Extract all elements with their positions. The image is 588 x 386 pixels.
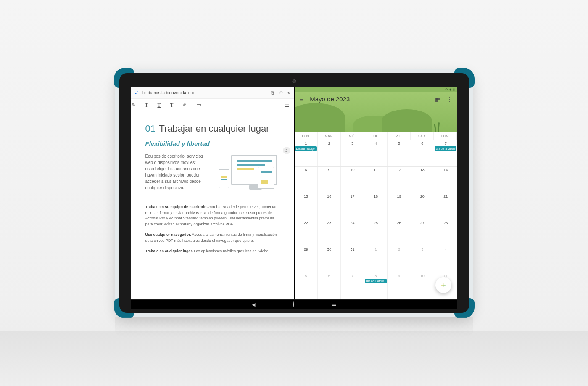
pdf-app: ✓ Le damos la bienvenida PDF ⧉ ↶ < ✎ T T… xyxy=(131,87,295,299)
day-header: DOM. xyxy=(434,132,457,140)
calendar-date: 27 xyxy=(412,221,432,225)
calendar-cell[interactable]: 8Día del Corpus xyxy=(364,272,388,299)
calendar-cell[interactable]: 9 xyxy=(388,272,411,299)
home-button[interactable] xyxy=(293,302,294,307)
calendar-event[interactable]: Día del Corpus xyxy=(365,279,387,283)
calendar-cell[interactable]: 13 xyxy=(411,167,434,193)
front-camera xyxy=(292,79,296,83)
tablet-device: ✓ Le damos la bienvenida PDF ⧉ ↶ < ✎ T T… xyxy=(115,69,473,317)
day-header: SÁB. xyxy=(411,132,434,140)
calendar-cell[interactable]: 11 xyxy=(364,167,388,193)
wifi-icon: ◆ xyxy=(449,88,451,91)
share-icon[interactable]: < xyxy=(287,90,290,96)
day-header: MIÉ. xyxy=(341,132,364,140)
calendar-cell[interactable]: 3 xyxy=(341,140,364,166)
add-event-button[interactable]: + xyxy=(435,277,451,293)
calendar-date: 28 xyxy=(435,221,456,225)
back-button[interactable]: ◀ xyxy=(252,302,255,307)
calendar-cell[interactable]: 16 xyxy=(318,193,341,219)
calendar-cell[interactable]: 18 xyxy=(364,193,388,219)
day-header: JUE. xyxy=(364,132,387,140)
calendar-cell[interactable]: 22 xyxy=(295,219,318,246)
calendar-date: 18 xyxy=(366,194,386,198)
status-bar: ⟲ ◆ ▮ xyxy=(295,87,457,92)
calendar-date: 3 xyxy=(412,247,432,251)
check-icon[interactable]: ✓ xyxy=(134,90,139,96)
calendar-cell[interactable]: 21 xyxy=(434,193,457,219)
pdf-header: ✓ Le damos la bienvenida PDF ⧉ ↶ < xyxy=(131,87,294,99)
calendar-date: 5 xyxy=(296,274,316,278)
pdf-document[interactable]: 2 01 Trabajar en cualquier lugar Flexibi… xyxy=(131,111,294,299)
calendar-date: 7 xyxy=(342,274,362,278)
search-doc-icon[interactable]: ⧉ xyxy=(271,90,274,96)
calendar-cell[interactable]: 2 xyxy=(318,140,341,166)
calendar-date: 3 xyxy=(342,141,362,145)
pdf-toolbar: ✎ T T T ✐ ▭ ☰ xyxy=(131,99,294,111)
calendar-week: 1Día del Trabajo234567Día de la Madre xyxy=(295,140,457,167)
recents-button[interactable]: ▬ xyxy=(332,302,336,307)
list-icon[interactable]: ☰ xyxy=(285,102,290,108)
calendar-week: 2930311234 xyxy=(295,246,457,272)
calendar-cell[interactable]: 19 xyxy=(388,193,411,219)
calendar-cell[interactable]: 24 xyxy=(341,219,364,246)
calendar-cell[interactable]: 1 xyxy=(364,246,388,272)
calendar-cell[interactable]: 12 xyxy=(388,167,411,193)
underline-icon[interactable]: T xyxy=(157,102,161,108)
calendar-cell[interactable]: 4 xyxy=(434,246,457,272)
text-tool-icon[interactable]: T xyxy=(170,102,173,108)
calendar-date: 6 xyxy=(319,274,339,278)
calendar-event[interactable]: Día de la Madre xyxy=(435,146,456,151)
calendar-title[interactable]: Mayo de 2023 xyxy=(310,95,350,103)
calendar-date: 20 xyxy=(412,194,432,198)
calendar-cell[interactable]: 31 xyxy=(341,246,364,272)
strikethrough-icon[interactable]: T xyxy=(145,102,148,108)
calendar-cell[interactable]: 15 xyxy=(295,193,318,219)
calendar-cell[interactable]: 29 xyxy=(295,246,318,272)
calendar-cell[interactable]: 7Día de la Madre xyxy=(434,140,457,166)
calendar-date: 4 xyxy=(435,247,456,251)
calendar-cell[interactable]: 30 xyxy=(318,246,341,272)
calendar-cell[interactable]: 5 xyxy=(295,272,318,299)
calendar-cell[interactable]: 2 xyxy=(388,246,411,272)
calendar-date: 6 xyxy=(412,141,432,145)
undo-icon[interactable]: ↶ xyxy=(279,90,283,96)
menu-icon[interactable]: ≡ xyxy=(300,95,303,103)
calendar-cell[interactable]: 20 xyxy=(411,193,434,219)
calendar-cell[interactable]: 26 xyxy=(388,219,411,246)
calendar-cell[interactable]: 7 xyxy=(341,272,364,299)
calendar-cell[interactable]: 10 xyxy=(411,272,434,299)
calendar-week: 15161718192021 xyxy=(295,193,457,219)
calendar-week: 5678Día del Corpus91011 xyxy=(295,272,457,299)
calendar-cell[interactable]: 6 xyxy=(411,140,434,166)
calendar-cell[interactable]: 23 xyxy=(318,219,341,246)
calendar-cell[interactable]: 6 xyxy=(318,272,341,299)
calendar-date: 2 xyxy=(389,247,409,251)
calendar-date: 29 xyxy=(296,247,316,251)
calendar-cell[interactable]: 5 xyxy=(388,140,411,166)
calendar-cell[interactable]: 3 xyxy=(411,246,434,272)
calendar-cell[interactable]: 10 xyxy=(341,167,364,193)
calendar-date: 15 xyxy=(296,194,316,198)
calendar-event[interactable]: Día del Trabajo xyxy=(295,146,317,151)
calendar-cell[interactable]: 27 xyxy=(411,219,434,246)
draw-icon[interactable]: ✐ xyxy=(182,102,187,108)
comment-icon[interactable]: ▭ xyxy=(196,102,201,108)
devices-illustration xyxy=(210,153,279,199)
calendar-cell[interactable]: 28 xyxy=(434,219,457,246)
pdf-format-label: PDF xyxy=(188,91,195,95)
calendar-cell[interactable]: 1Día del Trabajo xyxy=(295,140,318,166)
calendar-date: 8 xyxy=(366,274,386,278)
today-icon[interactable]: ▦ xyxy=(435,96,440,103)
calendar-date: 23 xyxy=(319,221,339,225)
calendar-date: 24 xyxy=(342,221,362,225)
calendar-cell[interactable]: 8 xyxy=(295,167,318,193)
highlighter-icon[interactable]: ✎ xyxy=(131,102,136,108)
calendar-cell[interactable]: 17 xyxy=(341,193,364,219)
calendar-date: 12 xyxy=(389,168,409,172)
calendar-cell[interactable]: 25 xyxy=(364,219,388,246)
calendar-cell[interactable]: 14 xyxy=(434,167,457,193)
overflow-icon[interactable]: ⋮ xyxy=(446,96,452,103)
calendar-cell[interactable]: 9 xyxy=(318,167,341,193)
calendar-cell[interactable]: 4 xyxy=(364,140,388,166)
calendar-date: 19 xyxy=(389,194,409,198)
